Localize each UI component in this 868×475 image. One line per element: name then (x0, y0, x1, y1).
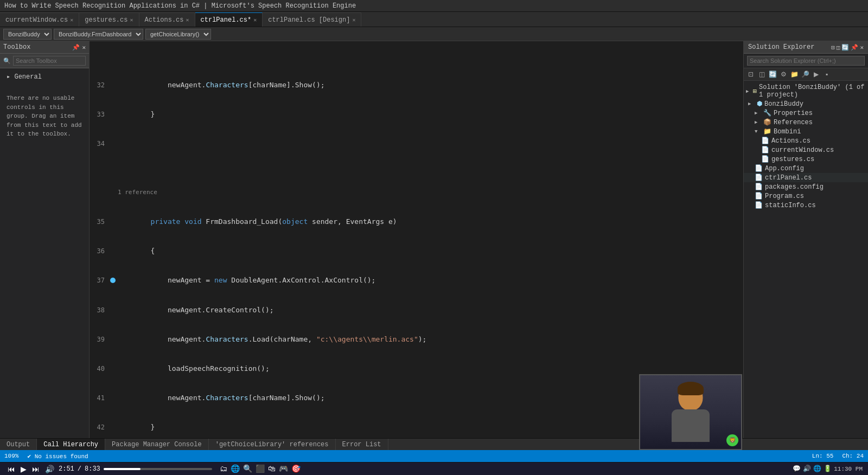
project-icon: ⬢ (757, 100, 762, 108)
tab-call-hierarchy-label: Call Hierarchy (43, 441, 98, 448)
prev-track-button[interactable]: ⏮ (7, 465, 16, 473)
tree-staticinfo[interactable]: 📄 staticInfo.cs (744, 201, 868, 210)
tree-currentwindow[interactable]: 📄 currentWindow.cs (744, 145, 868, 155)
toolbox-header: Toolbox 📌 ✕ (0, 41, 89, 54)
tree-project[interactable]: ▶ ⬢ BonziBuddy (744, 99, 868, 108)
solution-icon: ⊞ (753, 87, 757, 95)
tree-references[interactable]: ▶ 📦 References (744, 118, 868, 127)
tab-references[interactable]: 'getChoiceLibrary' references (209, 439, 336, 450)
taskbar-icon-game[interactable]: 🎯 (291, 464, 301, 473)
tree-appconfig[interactable]: 📄 App.config (744, 164, 868, 173)
toolbox-general-section[interactable]: ▸ General (0, 68, 89, 85)
se-tree[interactable]: ▶ ⊞ Solution 'BonziBuddy' (1 of 1 projec… (744, 81, 868, 438)
se-btn-2[interactable]: ◫ (757, 69, 767, 79)
search-icon: 🔍 (3, 57, 11, 65)
tab-label: Actions.cs (145, 16, 184, 24)
next-track-button[interactable]: ⏭ (31, 465, 41, 473)
taskbar-icon-explorer[interactable]: 🗂 (220, 465, 227, 473)
se-icon-1[interactable]: ⊡ (831, 44, 835, 51)
toolbox-empty-message: There are no usable controls in this gro… (0, 85, 89, 147)
toolbox-panel: Toolbox 📌 ✕ 🔍 ▸ General There are no usa… (0, 41, 90, 438)
sys-icon-volume[interactable]: 🔊 (803, 465, 811, 473)
project-selector[interactable]: BonziBuddy (3, 29, 52, 40)
namespace-selector[interactable]: BonziBuddy.FrmDashboard (54, 29, 143, 40)
taskbar-icon-search[interactable]: 🔍 (243, 464, 252, 473)
se-close-icon[interactable]: ✕ (860, 44, 864, 51)
se-btn-3[interactable]: 🔄 (768, 69, 777, 79)
tab-close-icon[interactable]: ✕ (253, 17, 257, 23)
media-progress-bar[interactable] (104, 468, 212, 470)
time-separator: / (78, 465, 81, 473)
time-total: 8:33 (85, 465, 100, 473)
tab-ctrlpanel-design[interactable]: ctrlPanel.cs [Design] ✕ (263, 12, 361, 27)
toolbox-header-icons: 📌 ✕ (72, 44, 86, 51)
sys-icon-discord[interactable]: 💬 (793, 465, 801, 473)
tab-gestures[interactable]: gestures.cs ✕ (79, 12, 139, 27)
toolbox-pin-icon[interactable]: 📌 (72, 44, 80, 51)
tab-label: ctrlPanel.cs* (201, 16, 252, 24)
method-selector[interactable]: getChoiceLibrary() (145, 29, 211, 40)
tab-currentwindow[interactable]: currentWindow.cs ✕ (0, 12, 79, 27)
packages-label: packages.config (765, 183, 824, 191)
packages-icon: 📄 (755, 183, 763, 191)
tab-close-icon[interactable]: ✕ (352, 17, 355, 23)
se-search-input[interactable] (747, 56, 865, 66)
play-pause-button[interactable]: ▶ (20, 465, 28, 473)
tree-solution[interactable]: ▶ ⊞ Solution 'BonziBuddy' (1 of 1 projec… (744, 83, 868, 99)
code-line-36: 36 { (90, 246, 739, 256)
toolbox-close-icon[interactable]: ✕ (82, 44, 86, 51)
tab-label: currentWindow.cs (5, 16, 68, 24)
tab-call-hierarchy[interactable]: Call Hierarchy (37, 439, 105, 450)
tree-ctrlpanel[interactable]: 📄 ctrlPanel.cs (744, 173, 868, 182)
tree-bombini[interactable]: ▼ 📁 Bombini (744, 127, 868, 136)
video-overlay: 🦁 (639, 374, 742, 450)
volume-button[interactable]: 🔊 (44, 465, 55, 473)
se-icon-3[interactable]: 🔄 (841, 44, 849, 51)
tab-actions[interactable]: Actions.cs ✕ (139, 12, 195, 27)
ctrlpanel-icon: 📄 (755, 174, 763, 182)
se-pin-icon[interactable]: 📌 (851, 44, 858, 51)
taskbar-icon-steam[interactable]: 🎮 (279, 464, 288, 473)
tab-close-icon[interactable]: ✕ (70, 17, 73, 23)
code-line-39: 39 newAgent.Characters.Load(charName, "c… (90, 335, 739, 344)
se-btn-1[interactable]: ⊡ (746, 69, 756, 79)
tree-program[interactable]: 📄 Program.cs (744, 191, 868, 201)
se-btn-8[interactable]: ▪ (822, 69, 832, 79)
tab-close-icon[interactable]: ✕ (130, 17, 133, 23)
tab-close-icon[interactable]: ✕ (186, 17, 189, 23)
tree-properties[interactable]: ▶ 🔧 Properties (744, 108, 868, 118)
tab-package-manager[interactable]: Package Manager Console (105, 439, 209, 450)
sys-icon-battery[interactable]: 🔋 (824, 465, 832, 473)
se-icon-2[interactable]: ◫ (837, 44, 840, 51)
toolbox-search-input[interactable] (13, 56, 86, 66)
se-btn-5[interactable]: 📁 (789, 69, 799, 79)
se-search-bar (744, 54, 868, 68)
gestures-label: gestures.cs (771, 156, 814, 163)
tree-actions[interactable]: 📄 Actions.cs (744, 136, 868, 145)
solution-label: Solution 'BonziBuddy' (1 of 1 project) (759, 84, 868, 99)
code-line-33: 33 } (90, 110, 739, 119)
taskbar-icon-cmd[interactable]: ⬛ (256, 464, 265, 473)
taskbar-icon-edge[interactable]: 🌐 (231, 464, 240, 473)
tab-ctrlpanel[interactable]: ctrlPanel.cs* ✕ (195, 12, 263, 27)
sys-icon-network[interactable]: 🌐 (813, 465, 821, 473)
staticinfo-icon: 📄 (755, 201, 763, 209)
se-btn-6[interactable]: 🔎 (800, 69, 810, 79)
se-btn-4[interactable]: ⚙ (778, 69, 788, 79)
project-label: BonziBuddy (764, 100, 803, 108)
se-header-icons: ⊡ ◫ 🔄 📌 ✕ (831, 44, 864, 51)
ref-line-35: 1 reference (90, 188, 739, 197)
tab-output-label: Output (7, 441, 30, 448)
tree-gestures[interactable]: 📄 gestures.cs (744, 155, 868, 164)
taskbar-icon-store[interactable]: 🛍 (268, 465, 276, 473)
tab-output[interactable]: Output (0, 439, 37, 450)
tree-packages[interactable]: 📄 packages.config (744, 182, 868, 191)
code-line-37: 37 newAgent = new DoubleAgent.AxControl.… (90, 275, 739, 286)
appconfig-label: App.config (765, 165, 804, 172)
tab-label: ctrlPanel.cs [Design] (268, 16, 350, 24)
actions-icon: 📄 (761, 137, 769, 145)
tab-references-label: 'getChoiceLibrary' references (215, 441, 329, 448)
se-toolbar: ⊡ ◫ 🔄 ⚙ 📁 🔎 ▶ ▪ (744, 68, 868, 81)
tab-error-list[interactable]: Error List (336, 439, 388, 450)
se-btn-7[interactable]: ▶ (811, 69, 821, 79)
